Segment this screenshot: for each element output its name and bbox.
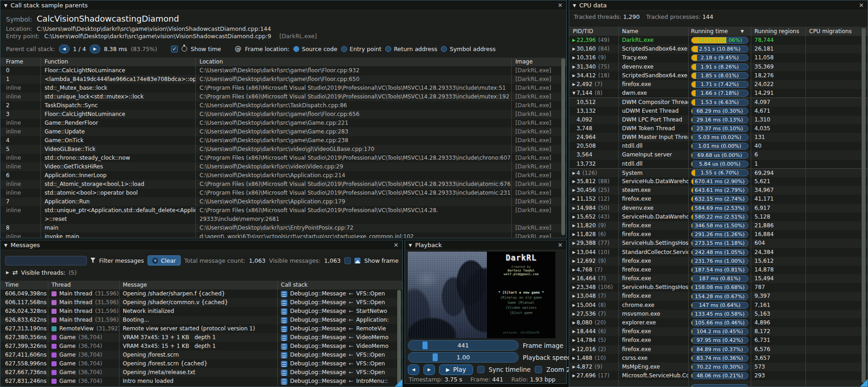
expand-icon[interactable]: ▼	[569, 89, 577, 98]
close-icon[interactable]: ✕	[558, 2, 563, 9]
cpu-process-row[interactable]: ▶ 34,412 (18) ScriptedSandbox64.exe 1.85…	[569, 71, 868, 80]
expand-icon[interactable]: ▶	[569, 283, 577, 292]
cpu-process-row[interactable]: 4,092 DWM LPC Port Thread 29.16 ms (0.13…	[569, 116, 868, 124]
cpu-process-row[interactable]: ▶ 30,456 (25) steam.exe 643.61 ms (2.79%…	[569, 186, 868, 195]
cpu-process-row[interactable]: ▶ 12,692 (9) firefox.exe 231.76 ms (1.00…	[569, 257, 868, 266]
callstack-frame-row[interactable]: 3 Floor::CalcLightNoLuminance C:\Users\w…	[0, 110, 566, 119]
message-callstack[interactable]: DebugLog::Message ← IntroMenu::	[278, 377, 402, 386]
collapse-icon[interactable]: ▼	[4, 243, 7, 248]
cpu-process-row[interactable]: ▶ 15,004 (8) chrome.exe 147 ms (0.64%) 7…	[569, 301, 868, 310]
expand-icon[interactable]: ▶	[569, 213, 577, 221]
column-header-regions[interactable]: Running regions	[751, 27, 806, 36]
column-header-callstack[interactable]: Call stack	[278, 281, 402, 289]
callstack-list-icon[interactable]	[281, 326, 287, 332]
cpu-process-row[interactable]: ▶ 14,784 (5) firefox.exe 97.95 ms (0.42%…	[569, 336, 868, 345]
next-callstack-button[interactable]: ▶	[90, 45, 100, 53]
callstack-frame-row[interactable]: inline std::unique_ptr<Application,std::…	[0, 206, 566, 224]
column-header-name[interactable]: Name	[619, 27, 689, 36]
expand-icon[interactable]	[569, 160, 577, 168]
message-callstack[interactable]: DebugLog::Message ← StartNetwo	[278, 307, 402, 316]
expand-icon[interactable]: ▶	[569, 327, 577, 336]
expand-icon[interactable]: ▶	[569, 336, 577, 345]
cpu-process-row[interactable]: ▶ 10,316 (9) Tracy.exe 2.18 s (9.45%) 11…	[569, 53, 868, 62]
column-header-function[interactable]: Function	[41, 58, 196, 66]
expand-icon[interactable]: ▶	[569, 354, 577, 363]
callstack-frame-row[interactable]: inline std::atomic<bool>::operator bool …	[0, 189, 566, 197]
cpu-process-row[interactable]: 24,964 DWM Master Input Threa 5.03 ms (0…	[569, 133, 868, 142]
cpu-process-row[interactable]: 10,512 DWM Compositor Thread 1.53 s (6.6…	[569, 98, 868, 106]
expand-icon[interactable]: ▶	[569, 63, 577, 71]
expand-icon[interactable]: ▶	[569, 266, 577, 274]
cpu-process-row[interactable]: ▶ 22,396 (49) DarkRL.exe 14.33 s (62.06%…	[569, 36, 868, 45]
callstack-list-icon[interactable]	[281, 291, 287, 297]
callstack-frame-row[interactable]: inline Video::GetTicksHiRes C:\Users\wol…	[0, 162, 566, 171]
message-row[interactable]: 627,558,996ns Game (36,704) Opening /for…	[0, 359, 402, 368]
expand-icon[interactable]: ▶	[569, 80, 577, 89]
radio-source-code[interactable]	[293, 46, 299, 52]
callstack-frame-row[interactable]: 5 VideoGLBase::Tick C:\Users\wolf\Deskto…	[0, 145, 566, 154]
cpu-process-row[interactable]: 20,508 ntdll.dll 1.01 ms (0.00%) 40 25 (…	[569, 142, 868, 150]
callstack-frame-row[interactable]: inline Game::RenderFloor C:\Users\wolf\D…	[0, 119, 566, 127]
expand-icon[interactable]	[569, 124, 577, 133]
column-header-migrations[interactable]: CPU migrations	[806, 27, 868, 36]
expand-icon[interactable]: ▶	[569, 239, 577, 248]
cpu-scrollbar[interactable]	[862, 28, 866, 383]
message-row[interactable]: 626,024,328ns Main thread (31,596) Netwo…	[0, 307, 402, 316]
callstack-list-icon[interactable]	[281, 335, 287, 341]
expand-icon[interactable]: ▶	[569, 186, 577, 195]
expand-icon[interactable]	[569, 98, 577, 106]
cpu-process-row[interactable]: ▶ 13,044 (10) StandardCollector.Servic 2…	[569, 248, 868, 257]
callstack-frame-row[interactable]: 6 Application::InnerLoop C:\Users\wolf\D…	[0, 171, 566, 180]
cpu-process-row[interactable]: ▶ 11,152 (12) firefox.exe 632.15 ms (2.7…	[569, 195, 868, 203]
cpu-process-row[interactable]: ▶ 29,388 (77) ServiceHub.SettingsHost 27…	[569, 239, 868, 248]
callstack-frame-row[interactable]: inline std::_Mutex_base::lock C:\Program…	[0, 84, 566, 92]
callstack-list-icon[interactable]	[281, 370, 287, 376]
play-button[interactable]: ▶ Play	[439, 364, 473, 375]
filter-input[interactable]	[5, 256, 87, 266]
message-row[interactable]: 606,117,568ns Main thread (31,596) Openi…	[0, 298, 402, 307]
expand-icon[interactable]: ▶	[569, 36, 577, 45]
message-callstack[interactable]: DebugLog::Message ← VFS::Open	[278, 368, 402, 377]
expand-icon[interactable]	[569, 380, 577, 387]
radio-symbol-address-label[interactable]: Symbol address	[450, 46, 496, 52]
message-callstack[interactable]: DebugLog::Message ← VFS::Open	[278, 351, 402, 359]
cpu-process-row[interactable]: ▶ 11,828 (6) firefox.exe 291.26 ms (1.26…	[569, 230, 868, 239]
callstack-list-icon[interactable]	[281, 361, 287, 367]
message-callstack[interactable]: DebugLog::Message ← RemoteVie	[278, 324, 402, 333]
expand-icon[interactable]: ▶	[569, 71, 577, 80]
message-row[interactable]: 626,833,622ns Main thread (31,596) Booti…	[0, 316, 402, 324]
expand-icon[interactable]: ▶	[569, 195, 577, 203]
close-icon[interactable]: ✕	[394, 242, 399, 248]
collapse-icon[interactable]: ▼	[409, 243, 412, 248]
expand-icon[interactable]: ▶	[569, 301, 577, 310]
radio-symbol-address[interactable]	[441, 46, 447, 52]
cpu-process-row[interactable]: ▶ 12,016 (2) firefox.exe 84.89 ms (0.37%…	[569, 345, 868, 354]
cpu-process-row[interactable]: 13,732 ntdll.dll 5.84 us (0.00%) 1 0 (0.…	[569, 160, 868, 168]
callstack-list-icon[interactable]	[281, 343, 287, 350]
cpu-process-row[interactable]: ▶ 1,488 (10) csrss.exe 83.74 ms (0.36%) …	[569, 354, 868, 363]
expand-icon[interactable]: ▶	[569, 45, 577, 53]
expand-icon[interactable]: ▶	[569, 177, 577, 186]
expand-icon[interactable]	[569, 116, 577, 124]
close-icon[interactable]: ✕	[859, 2, 864, 9]
cpu-process-row[interactable]: ▶ 13,048 (7) firefox.exe 154.28 ms (0.67…	[569, 292, 868, 300]
cpu-process-row[interactable]: ▶ 14,984 (50) devenv.exe 584.69 ms (2.53…	[569, 204, 868, 213]
message-row[interactable]: 627,667,736ns Game (36,704) Opening /met…	[0, 368, 402, 377]
column-header-frame[interactable]: Frame	[0, 58, 41, 66]
expand-icon[interactable]: ▶	[569, 310, 577, 318]
expand-icon[interactable]: ▶	[569, 345, 577, 354]
message-callstack[interactable]: DebugLog::Message ← Application:	[278, 316, 402, 324]
radio-return-address-label[interactable]: Return address	[394, 46, 438, 52]
column-header-message[interactable]: Message	[120, 281, 278, 289]
show-time-checkbox[interactable]: ✓	[171, 46, 178, 52]
callstack-frame-row[interactable]: 0 Floor::CalcLightNoLuminance C:\Users\w…	[0, 66, 566, 75]
column-header-thread[interactable]: Thread	[48, 281, 120, 289]
prev-callstack-button[interactable]: ◀	[59, 45, 69, 53]
radio-return-address[interactable]	[385, 46, 391, 52]
message-callstack[interactable]: DebugLog::Message ← VideoMemo	[278, 333, 402, 342]
message-callstack[interactable]: DebugLog::Message ← VFS::Open	[278, 289, 402, 298]
callstack-list-icon[interactable]	[281, 352, 287, 358]
cpu-process-row[interactable]: 13,132 uDWM Event Thread 68.29 ms (0.30%…	[569, 107, 868, 116]
expand-icon[interactable]: ▶	[569, 292, 577, 300]
collapse-icon[interactable]: ▼	[573, 3, 576, 8]
